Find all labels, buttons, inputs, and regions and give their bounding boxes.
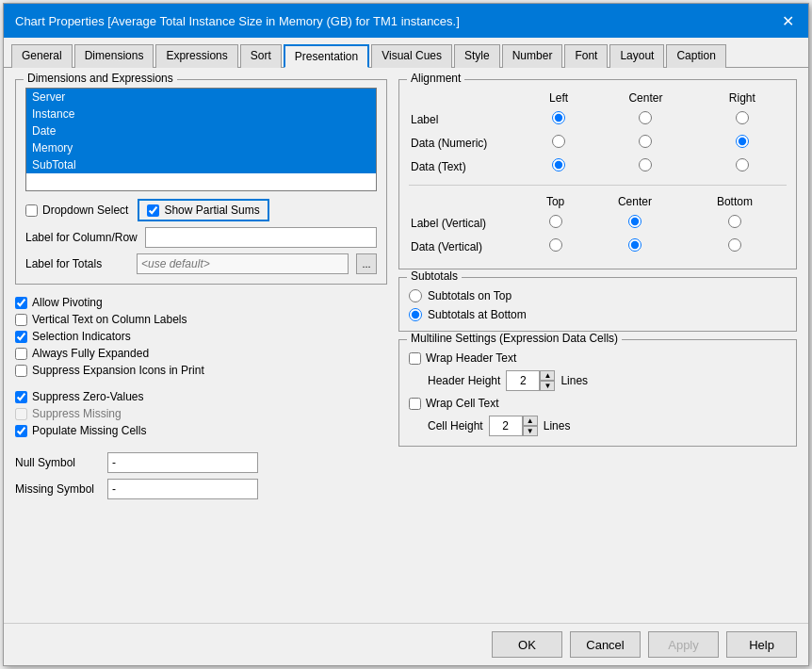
wrap-cell-checkbox[interactable] [409, 398, 421, 410]
left-panel: Dimensions and Expressions Server Instan… [15, 79, 387, 612]
tab-caption[interactable]: Caption [666, 44, 725, 68]
header-height-input[interactable]: 2 [506, 370, 540, 391]
populate-missing-row: Populate Missing Cells [15, 424, 387, 437]
suppress-zero-label: Suppress Zero-Values [32, 390, 144, 403]
list-item[interactable]: SubTotal [26, 156, 376, 173]
wrap-header-label: Wrap Header Text [426, 351, 516, 365]
tab-style[interactable]: Style [454, 44, 500, 68]
data-numeric-align-right[interactable] [736, 135, 749, 148]
list-item[interactable]: Date [26, 122, 376, 139]
tab-font[interactable]: Font [564, 44, 608, 68]
subtotals-at-bottom-label: Subtotals at Bottom [428, 308, 527, 321]
vcol-bottom: Bottom [685, 193, 785, 210]
dimensions-listbox[interactable]: Server Instance Date Memory SubTotal [25, 88, 377, 191]
tab-sort[interactable]: Sort [240, 44, 282, 68]
cell-height-row: Cell Height 2 ▲ ▼ Lines [409, 416, 787, 436]
label-align-center[interactable] [639, 111, 652, 124]
main-content: Dimensions and Expressions Server Instan… [4, 68, 808, 623]
tab-number[interactable]: Number [502, 44, 563, 68]
wrap-cell-row: Wrap Cell Text [409, 397, 787, 410]
header-height-spinner: 2 ▲ ▼ [506, 370, 555, 391]
vertical-text-row: Vertical Text on Column Labels [15, 313, 387, 326]
data-numeric-align-left[interactable] [552, 135, 565, 148]
dropdown-select-checkbox[interactable] [25, 204, 38, 217]
label-valign-top[interactable] [549, 215, 562, 228]
ok-button[interactable]: OK [492, 631, 562, 658]
tab-layout[interactable]: Layout [609, 44, 664, 68]
cell-height-input[interactable]: 2 [489, 416, 523, 436]
header-height-up-button[interactable]: ▲ [540, 370, 555, 381]
tab-dimensions[interactable]: Dimensions [74, 44, 154, 68]
wrap-header-checkbox[interactable] [409, 352, 421, 365]
data-text-label: Data (Text) [411, 155, 524, 177]
browse-button[interactable]: ... [356, 253, 377, 274]
always-expanded-row: Always Fully Expanded [15, 347, 387, 360]
suppress-missing-checkbox[interactable] [15, 408, 27, 420]
tab-visual-cues[interactable]: Visual Cues [371, 44, 452, 68]
alignment-table: Left Center Right Label [409, 88, 787, 179]
suppress-zero-checkbox[interactable] [15, 391, 27, 403]
suppress-missing-row: Suppress Missing [15, 407, 387, 420]
show-partial-sums-checkbox[interactable] [147, 204, 159, 217]
data-numeric-align-center[interactable] [639, 135, 652, 148]
cell-height-down-button[interactable]: ▼ [523, 426, 538, 436]
allow-pivoting-checkbox[interactable] [15, 297, 27, 309]
label-totals-row: Label for Totals ... [25, 253, 377, 274]
tab-presentation[interactable]: Presentation [284, 44, 369, 68]
table-row: Label (Vertical) [411, 212, 785, 234]
populate-missing-checkbox[interactable] [15, 425, 27, 437]
multiline-group: Multiline Settings (Expression Data Cell… [398, 339, 797, 447]
tab-general[interactable]: General [11, 44, 73, 68]
bottom-bar: OK Cancel Apply Help [4, 623, 808, 665]
show-partial-sums-label: Show Partial Sums [164, 204, 259, 217]
col-center: Center [593, 90, 697, 106]
alignment-group-title: Alignment [407, 72, 464, 85]
selection-indicators-checkbox[interactable] [15, 331, 27, 343]
suppress-expansion-checkbox[interactable] [15, 365, 27, 377]
col-left: Left [526, 90, 592, 106]
label-totals-input[interactable] [137, 253, 349, 274]
apply-button[interactable]: Apply [648, 631, 719, 658]
suppress-expansion-label: Suppress Expansion Icons in Print [32, 364, 204, 377]
data-valign-bottom[interactable] [728, 238, 741, 252]
table-row: Data (Vertical) [411, 236, 785, 257]
null-symbol-label: Null Symbol [15, 456, 100, 469]
label-column-row: Label for Column/Row [25, 227, 377, 248]
data-text-align-left[interactable] [552, 158, 565, 171]
label-align-right[interactable] [736, 111, 749, 124]
label-column-row-input[interactable] [145, 227, 377, 248]
close-button[interactable]: ✕ [778, 11, 797, 30]
alignment-group: Alignment Left Center Right [398, 79, 797, 269]
subtotals-on-top-radio[interactable] [409, 289, 422, 302]
tab-expressions[interactable]: Expressions [155, 44, 237, 68]
data-valign-top[interactable] [549, 238, 562, 252]
always-expanded-checkbox[interactable] [15, 348, 27, 360]
cell-height-up-button[interactable]: ▲ [523, 416, 538, 426]
null-symbol-input[interactable]: - [107, 452, 258, 473]
label-column-row-label: Label for Column/Row [25, 231, 138, 244]
help-button[interactable]: Help [726, 631, 797, 658]
vertical-text-checkbox[interactable] [15, 314, 27, 326]
label-align-left[interactable] [552, 111, 565, 124]
missing-symbol-input[interactable]: - [107, 479, 258, 499]
list-item[interactable]: Memory [26, 139, 376, 156]
show-partial-sums-box: Show Partial Sums [138, 199, 268, 221]
label-valign-bottom[interactable] [728, 215, 741, 228]
null-symbol-row: Null Symbol - [15, 452, 387, 473]
options-section: Allow Pivoting Vertical Text on Column L… [15, 296, 387, 499]
list-item[interactable]: Server [26, 89, 376, 106]
dropdown-select-label: Dropdown Select [42, 204, 128, 217]
header-height-down-button[interactable]: ▼ [540, 381, 555, 391]
data-numeric-label: Data (Numeric) [411, 132, 524, 154]
dropdown-select-row: Dropdown Select [25, 204, 128, 217]
data-text-align-center[interactable] [639, 158, 652, 171]
suppress-zero-row: Suppress Zero-Values [15, 390, 387, 403]
label-valign-center[interactable] [628, 215, 641, 228]
data-valign-center[interactable] [628, 238, 641, 252]
subtotals-at-bottom-radio[interactable] [409, 308, 422, 321]
cancel-button[interactable]: Cancel [570, 631, 641, 658]
data-vertical-label: Data (Vertical) [411, 236, 524, 257]
list-item[interactable]: Instance [26, 106, 376, 122]
cell-lines-label: Lines [544, 419, 571, 432]
data-text-align-right[interactable] [736, 158, 749, 171]
